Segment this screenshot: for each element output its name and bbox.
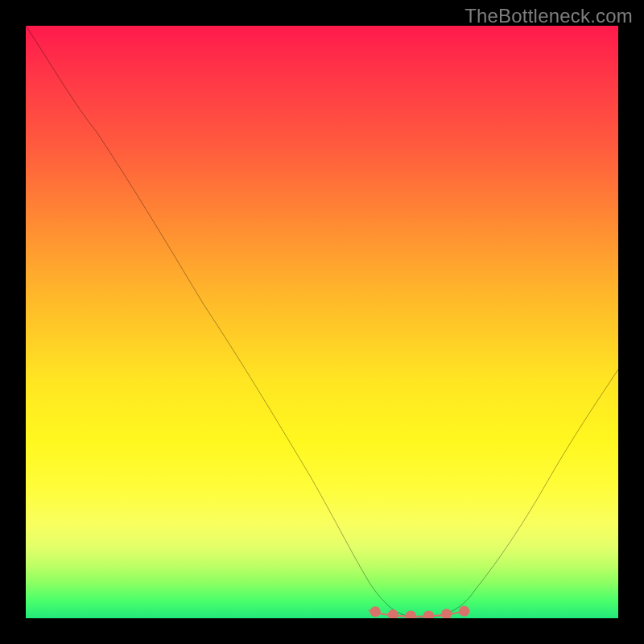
optimal-range-dot bbox=[388, 609, 398, 618]
optimal-range-dot bbox=[423, 610, 434, 618]
chart-svg bbox=[26, 26, 618, 618]
chart-frame: TheBottleneck.com bbox=[0, 0, 644, 644]
optimal-range-dot bbox=[459, 606, 469, 617]
optimal-range-dot bbox=[370, 606, 381, 617]
optimal-range-dot bbox=[441, 609, 452, 618]
watermark-text: TheBottleneck.com bbox=[464, 5, 633, 27]
optimal-range-dot bbox=[406, 610, 416, 618]
bottleneck-curve-line bbox=[26, 26, 618, 617]
plot-area bbox=[26, 26, 618, 618]
